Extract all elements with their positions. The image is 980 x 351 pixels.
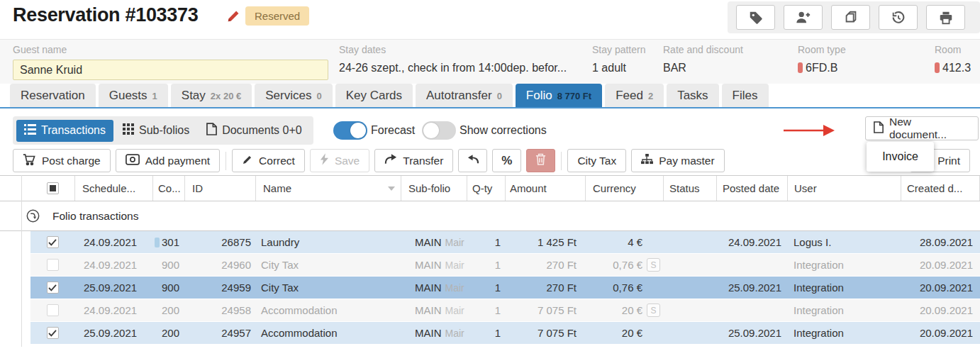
tag-button[interactable] [736,5,775,30]
tab-folio[interactable]: Folio8 770 Ft [516,84,602,108]
column-header-subfolio[interactable]: Sub-folio [401,176,467,201]
cell-schedule: 24.09.2021 [74,299,152,321]
add-guest-button[interactable] [784,5,823,30]
select-all-checkbox[interactable] [47,182,59,194]
edit-title-icon[interactable] [225,9,241,24]
transfer-button[interactable]: Transfer [374,149,453,172]
tab-files[interactable]: Files [722,84,769,108]
stay-dates-field[interactable]: Stay dates 24-26 szept., check in from 1… [339,44,567,74]
show-corrections-toggle[interactable] [422,121,456,140]
column-header-status[interactable]: Status [663,176,716,201]
tab-reservation[interactable]: Reservation [10,84,96,108]
column-header-user[interactable]: User [787,176,901,201]
copy-button[interactable] [831,5,870,30]
new-document-button[interactable]: New document... [865,116,979,140]
column-header-amount[interactable]: Amount [505,176,585,201]
pay-master-button[interactable]: Pay master [631,149,724,172]
print-header-button[interactable] [926,5,965,30]
cell-name: Laundry [255,231,401,253]
tab-guests[interactable]: Guests1 [99,84,168,108]
tab-tasks[interactable]: Tasks [667,84,718,108]
rate-field[interactable]: Rate and discount BAR [663,44,743,74]
column-header-qty[interactable]: Q-ty [467,176,505,201]
room-field[interactable]: Room 412.3 [935,44,971,74]
post-charge-button[interactable]: Post charge [13,149,111,172]
undo-button[interactable] [458,149,487,172]
city-tax-label: City Tax [577,155,616,167]
tab-label: Stay [182,89,206,103]
cell-posted-date: 25.09.2021 [716,322,787,344]
transaction-actions-bar: Post charge Add payment Correct Save Tra… [13,149,970,172]
cell-subfolio: MAINMair [401,254,467,276]
forecast-toggle[interactable] [333,121,367,140]
tab-autotransfer[interactable]: Autotransfer0 [416,84,513,108]
row-checkbox[interactable] [47,327,59,339]
view-subfolios-button[interactable]: Sub-folios [115,119,197,142]
cell-name: Accommodation [255,322,401,344]
add-guest-icon [795,10,811,26]
cell-currency: 0,76 € [585,277,663,299]
tab-feed[interactable]: Feed2 [605,84,664,108]
column-header-created-date[interactable]: Created d... [901,176,980,201]
row-checkbox[interactable] [47,236,59,248]
table-row[interactable]: 24.09.2021 900 24960 City Tax MAINMair 1… [0,254,980,277]
menu-item-invoice[interactable]: Invoice [882,150,918,163]
page-title: Reservation #103373 [13,4,198,26]
column-header-code[interactable]: Co... [152,176,184,201]
table-row[interactable]: 24.09.2021 301 26875 Laundry MAINMair 1 … [0,231,980,254]
group-row-folio-transactions[interactable]: Folio transactions [0,201,980,231]
table-row[interactable]: 25.09.2021 900 24959 City Tax MAINMair 1… [0,277,980,299]
system-flag-badge: S [647,258,660,272]
cell-id: 26875 [184,231,255,253]
tab-badge: 0 [497,91,502,101]
column-header-id[interactable]: ID [184,176,255,201]
cell-code: 301 [152,231,184,253]
gutter-border [21,175,22,347]
save-button[interactable]: Save [310,149,369,172]
cell-user: Integration [787,322,901,344]
discount-percent-button[interactable]: % [492,149,521,172]
column-header-name[interactable]: Name [255,176,401,201]
room-value: 412.3 [942,62,971,74]
tab-stay[interactable]: Stay2x 20 € [171,84,252,108]
column-header-currency[interactable]: Currency [585,176,663,201]
select-all-checkbox-cell [21,176,74,201]
city-tax-button[interactable]: City Tax [567,149,626,172]
table-row[interactable]: 24.09.2021 200 24958 Accommodation MAINM… [0,299,980,322]
stay-pattern-field[interactable]: Stay pattern 1 adult [592,44,646,74]
history-button[interactable] [879,5,918,30]
sitemap-icon [641,154,653,168]
table-row[interactable]: 25.09.2021 200 24957 Accommodation MAINM… [0,322,980,345]
row-checkbox[interactable] [47,259,59,271]
cell-subfolio: MAINMair [401,322,467,344]
view-transactions-button[interactable]: Transactions [16,120,113,142]
guest-name-input[interactable] [13,60,328,80]
tab-label: Folio [526,89,552,103]
collapse-group-icon[interactable] [26,209,40,223]
cell-posted-date: 24.09.2021 [716,231,787,253]
row-checkbox[interactable] [47,304,59,316]
row-gutter [0,277,30,299]
banknote-icon [126,154,140,168]
cell-status [663,299,716,321]
correct-button[interactable]: Correct [232,149,305,172]
view-label: Documents 0+0 [222,124,302,137]
column-header-posted-date[interactable]: Posted date [716,176,787,201]
row-checkbox[interactable] [47,282,59,294]
view-documents-button[interactable]: Documents 0+0 [199,118,310,143]
column-header-schedule[interactable]: Schedule... [74,176,152,201]
tab-services[interactable]: Services0 [255,84,332,108]
tab-label: Tasks [677,89,708,103]
cell-schedule: 25.09.2021 [74,277,152,299]
delete-button[interactable] [526,149,555,172]
tab-key-cards[interactable]: Key Cards [335,84,413,108]
cart-icon [23,153,36,169]
row-gutter [0,322,30,345]
pay-master-label: Pay master [659,155,714,167]
sort-arrow-icon[interactable] [388,186,395,191]
toggle-knob [423,123,439,138]
add-payment-button[interactable]: Add payment [116,149,220,172]
cell-status [663,277,716,299]
room-type-field[interactable]: Room type 6FD.B [798,44,846,74]
cell-posted-date [716,299,787,321]
